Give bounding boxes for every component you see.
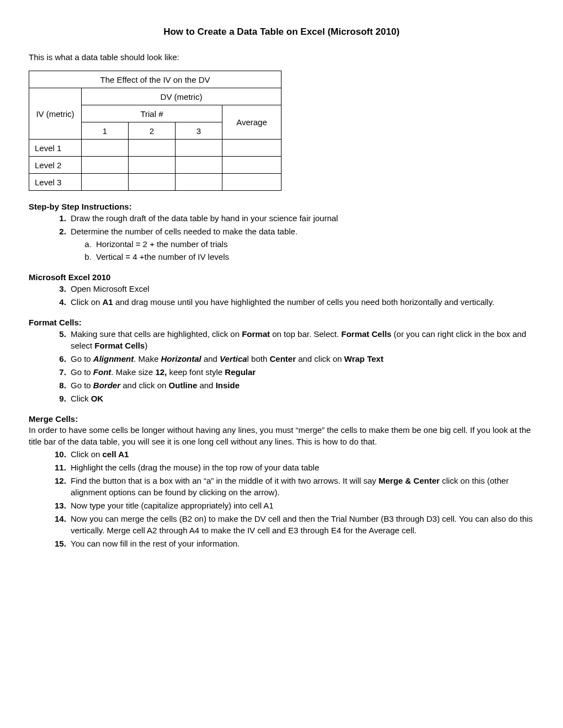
- text: Go to: [71, 354, 93, 363]
- section-merge-cells: Merge Cells:: [29, 414, 534, 424]
- ui-term: Font: [93, 367, 111, 377]
- step-list-1: Draw the rough draft of the data table b…: [29, 212, 534, 263]
- empty-cell: [82, 140, 129, 157]
- text: . Make size: [111, 367, 155, 377]
- ui-term: Alignment: [93, 354, 134, 363]
- step-2a: Horizontal = 2 + the number of trials: [94, 238, 534, 250]
- text: Click on: [71, 297, 103, 307]
- text: and click on: [296, 354, 344, 363]
- text: Go to: [71, 367, 93, 377]
- ui-term: Format Cells: [341, 329, 391, 339]
- section-format-cells: Format Cells:: [29, 318, 534, 327]
- cell-ref: cell A1: [103, 449, 129, 459]
- step-1: Draw the rough draft of the data table b…: [68, 212, 534, 224]
- dv-header: DV (metric): [82, 88, 282, 105]
- step-6: Go to Alignment. Make Horizontal and Ver…: [68, 353, 534, 365]
- empty-cell: [176, 140, 222, 157]
- text: on top bar. Select.: [270, 329, 341, 339]
- step-2-text: Determine the number of cells needed to …: [71, 227, 298, 236]
- iv-header: IV (metric): [29, 88, 82, 140]
- empty-cell: [129, 140, 176, 157]
- ui-term: Horizontal: [161, 354, 201, 363]
- ui-term: Merge & Center: [379, 476, 440, 485]
- empty-cell: [222, 157, 282, 174]
- ui-term: Center: [269, 354, 296, 363]
- step-list-4: Click on cell A1 Highlight the cells (dr…: [29, 448, 534, 549]
- step-2: Determine the number of cells needed to …: [68, 226, 534, 263]
- text: and: [197, 381, 215, 390]
- text: Go to: [71, 381, 93, 390]
- text: and: [201, 354, 220, 363]
- trial-header: Trial #: [82, 105, 222, 122]
- step-13: Now type your title (capitalize appropri…: [68, 500, 534, 511]
- cell-ref: A1: [103, 297, 113, 307]
- trial-3-header: 3: [176, 122, 222, 140]
- empty-cell: [222, 140, 282, 157]
- step-8: Go to Border and click on Outline and In…: [68, 379, 534, 391]
- ui-term: OK: [91, 394, 104, 403]
- text: Find the button that is a box with an “a…: [71, 476, 379, 485]
- empty-cell: [82, 157, 129, 174]
- empty-cell: [176, 174, 222, 191]
- step-5: Making sure that cells are highlighted, …: [68, 328, 534, 351]
- empty-cell: [129, 157, 176, 174]
- ui-term: Outline: [169, 381, 198, 390]
- merge-paragraph: In order to have some cells be longer wi…: [29, 425, 534, 447]
- step-list-3: Making sure that cells are highlighted, …: [29, 328, 534, 404]
- empty-cell: [129, 174, 176, 191]
- level-2-label: Level 2: [29, 157, 82, 174]
- step-9: Click OK: [68, 393, 534, 404]
- table-title-cell: The Effect of the IV on the DV: [29, 71, 282, 88]
- empty-cell: [176, 157, 222, 174]
- step-4: Click on A1 and drag mouse until you hav…: [68, 296, 534, 308]
- level-1-label: Level 1: [29, 140, 82, 157]
- step-11: Highlight the cells (drag the mouse) in …: [68, 462, 534, 473]
- level-3-label: Level 3: [29, 174, 82, 191]
- text: and drag mouse until you have highlighte…: [113, 297, 495, 307]
- step-12: Find the button that is a box with an “a…: [68, 475, 534, 498]
- step-14: Now you can merge the cells (B2 on) to m…: [68, 513, 534, 536]
- intro-text: This is what a data table should look li…: [29, 52, 534, 63]
- empty-cell: [222, 174, 282, 191]
- average-header: Average: [222, 105, 282, 140]
- text: Click on: [71, 449, 103, 459]
- step-15: You can now fill in the rest of your inf…: [68, 538, 534, 549]
- ui-term: Format: [242, 329, 270, 339]
- ui-term: Format Cells: [94, 341, 145, 350]
- text: . Make: [134, 354, 161, 363]
- text: l both: [247, 354, 270, 363]
- step-10: Click on cell A1: [68, 448, 534, 460]
- step-2b: Vertical = 4 +the number of IV levels: [94, 251, 534, 263]
- ui-term: Wrap Text: [344, 354, 384, 363]
- example-data-table: The Effect of the IV on the DV IV (metri…: [29, 71, 282, 191]
- step-3: Open Microsoft Excel: [68, 283, 534, 295]
- step-7: Go to Font. Make size 12, keep font styl…: [68, 366, 534, 378]
- page-title: How to Create a Data Table on Excel (Mic…: [29, 26, 534, 38]
- step-2-sublist: Horizontal = 2 + the number of trials Ve…: [71, 238, 534, 263]
- text: Click: [71, 394, 91, 403]
- ui-term: 12,: [155, 367, 167, 377]
- trial-2-header: 2: [129, 122, 176, 140]
- ui-term: Vertica: [220, 354, 247, 363]
- text: and click on: [120, 381, 169, 390]
- step-list-2: Open Microsoft Excel Click on A1 and dra…: [29, 283, 534, 308]
- trial-1-header: 1: [82, 122, 129, 140]
- text: keep font style: [167, 367, 225, 377]
- empty-cell: [82, 174, 129, 191]
- ui-term: Border: [93, 381, 120, 390]
- ui-term: Inside: [216, 381, 240, 390]
- text: Making sure that cells are highlighted, …: [71, 329, 242, 339]
- section-step-by-step: Step-by Step Instructions:: [29, 202, 534, 211]
- ui-term: Regular: [225, 367, 256, 377]
- section-excel-2010: Microsoft Excel 2010: [29, 272, 534, 282]
- text: ): [145, 341, 147, 350]
